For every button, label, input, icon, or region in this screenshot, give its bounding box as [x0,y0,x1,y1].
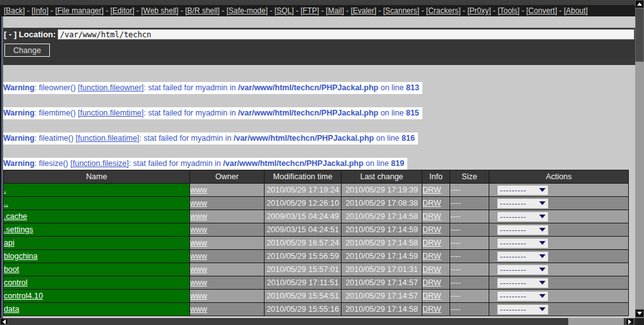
file-name-link[interactable]: blogchina [4,252,38,261]
permissions-link[interactable]: DRW [422,252,441,261]
owner-link[interactable]: www [190,292,207,300]
actions-dropdown[interactable]: --------- [497,185,549,196]
size-cell: ---- [450,197,489,210]
file-name-link[interactable]: .cache [4,212,27,221]
last-change-cell: 2010/05/29 17:14:58 [342,237,422,250]
permissions-link[interactable]: DRW [422,305,441,314]
last-change-cell: 2010/05/29 17:19:39 [342,184,422,197]
warning-text: : stat failed for myadmin in [129,159,223,168]
file-name-link[interactable]: .settings [4,225,33,234]
file-name-link[interactable]: boot [4,265,19,274]
warning-text: /var/www/html/techcn/PHPJackal.php [223,159,363,168]
nav-link-scanners[interactable]: [Scanners] [383,6,419,15]
nav-link-convert[interactable]: [Convert] [527,6,558,15]
file-name-link[interactable]: . [4,186,6,194]
horizontal-scrollbar-thumb[interactable] [568,318,624,325]
warning-function-link[interactable]: [function.filemtime] [78,109,143,117]
table-row: blogchina www 2010/05/29 15:56:59 2010/0… [4,250,629,263]
modification-time-cell: 2010/05/29 15:54:51 [265,290,342,303]
scroll-down-button[interactable] [635,309,644,317]
collapse-toggle[interactable]: [ - ] [4,30,16,39]
nav-separator: - [134,6,141,15]
permissions-link[interactable]: DRW [422,212,441,221]
actions-dropdown[interactable]: --------- [497,251,549,262]
nav-link-back[interactable]: [Back] [4,6,25,15]
owner-link[interactable]: www [190,265,207,274]
actions-dropdown[interactable]: --------- [497,291,549,302]
nav-separator: - [49,6,56,15]
permissions-link[interactable]: DRW [422,186,441,194]
nav-link-filemanager[interactable]: [File manager] [55,6,104,15]
actions-dropdown[interactable]: --------- [497,225,549,235]
warning-text: : fileowner() [35,83,78,92]
nav-link-crackers[interactable]: [Crackers] [426,6,461,15]
nav-separator: - [376,6,383,15]
owner-link[interactable]: www [190,252,207,261]
permissions-link[interactable]: DRW [422,292,441,300]
permissions-link[interactable]: DRW [422,199,441,208]
location-input[interactable] [57,29,635,40]
actions-dropdown[interactable]: --------- [497,278,549,288]
info-cell: DRW [422,223,450,237]
file-name-link[interactable]: control [4,278,28,287]
actions-dropdown[interactable]: --------- [497,264,549,275]
nav-link-brshell[interactable]: [B/R shell] [185,6,220,15]
php-warning: Warning: filesize() [function.filesize]:… [2,158,407,170]
nav-link-webshell[interactable]: [Web shell] [141,6,178,15]
vertical-scrollbar[interactable] [635,0,644,318]
info-cell: DRW [422,197,450,210]
owner-link[interactable]: www [190,225,207,234]
nav-link-about[interactable]: [About] [564,6,588,15]
size-cell: ---- [450,250,489,263]
nav-link-mail[interactable]: [Mail] [326,6,344,15]
permissions-link[interactable]: DRW [422,278,441,287]
nav-link-pr0xy[interactable]: [Pr0xy] [467,6,491,15]
permissions-link[interactable]: DRW [422,225,441,234]
owner-link[interactable]: www [190,199,207,208]
scroll-up-button[interactable] [635,0,644,8]
owner-link[interactable]: www [190,186,207,194]
owner-link[interactable]: www [190,212,207,221]
location-panel: [ - ] Location: Change [0,28,635,65]
owner-link[interactable]: www [190,278,207,287]
chevron-down-icon [539,241,546,245]
vertical-scrollbar-thumb[interactable] [635,8,644,62]
actions-dropdown[interactable]: --------- [497,238,549,249]
top-strip [0,0,635,5]
permissions-link[interactable]: DRW [422,265,441,274]
modification-time-cell: 2010/05/29 15:56:59 [265,250,342,263]
change-button[interactable]: Change [4,44,50,57]
nav-link-editor[interactable]: [Editor] [110,6,134,15]
warning-function-link[interactable]: [function.filesize] [70,159,128,168]
actions-dropdown[interactable]: --------- [497,304,549,315]
scroll-left-button[interactable] [0,318,8,325]
actions-dropdown-value: --------- [500,199,527,208]
actions-dropdown[interactable]: --------- [497,211,549,222]
warning-function-link[interactable]: [function.fileatime] [76,134,140,143]
owner-link[interactable]: www [190,239,207,247]
size-cell: ---- [450,237,489,250]
file-name-link[interactable]: .. [4,199,8,208]
last-change-cell: 2010/05/29 17:14:58 [342,303,422,316]
nav-link-safemode[interactable]: [Safe-mode] [227,6,268,15]
nav-link-info[interactable]: [Info] [32,6,49,15]
horizontal-scrollbar[interactable] [0,318,635,325]
nav-separator: - [344,6,351,15]
nav-link-sql[interactable]: [SQL] [275,6,294,15]
warning-text: : stat failed for myadmin in [140,134,234,143]
owner-link[interactable]: www [190,305,207,314]
nav-link-evaler[interactable]: [Evaler] [350,6,376,15]
file-name-link[interactable]: control4.10 [4,292,43,300]
file-name-cell: data [4,303,190,316]
scroll-right-button[interactable] [626,318,634,325]
nav-separator: - [268,6,275,15]
file-name-link[interactable]: data [4,305,19,314]
permissions-link[interactable]: DRW [422,239,441,247]
nav-link-tools[interactable]: [Tools] [498,6,520,15]
page-content: [Back] - [Info] - [File manager] - [Edit… [0,0,635,318]
actions-dropdown[interactable]: --------- [497,198,549,209]
warning-function-link[interactable]: [function.fileowner] [78,83,143,92]
nav-link-ftp[interactable]: [FTP] [301,6,319,15]
file-name-link[interactable]: api [4,239,15,247]
actions-cell: --------- [489,237,629,250]
